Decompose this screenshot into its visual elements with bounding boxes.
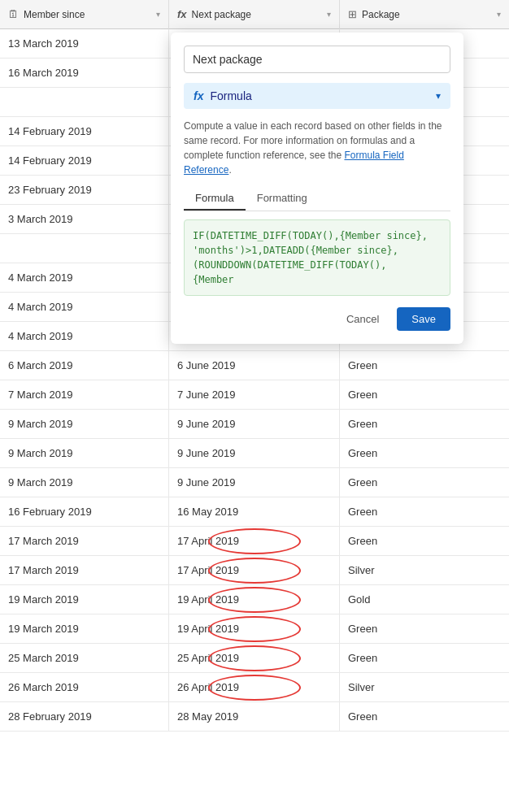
tab-formatting[interactable]: Formatting bbox=[246, 187, 319, 211]
cell-member: 9 March 2019 bbox=[0, 410, 169, 438]
cell-member: 16 March 2019 bbox=[0, 59, 169, 87]
table-row: 19 March 2019 19 April 2019 Gold bbox=[0, 585, 509, 614]
formula-type-label: Formula bbox=[210, 89, 251, 102]
table-row: 9 March 2019 9 June 2019 Green bbox=[0, 468, 509, 497]
cell-member: 14 February 2019 bbox=[0, 146, 169, 175]
cell-member: 28 February 2019 bbox=[0, 702, 169, 731]
table-row: 28 February 2019 28 May 2019 Green bbox=[0, 702, 509, 732]
table-row: 7 March 2019 7 June 2019 Green bbox=[0, 380, 509, 410]
cell-package: Green bbox=[340, 439, 509, 467]
cell-package: Green bbox=[340, 527, 509, 555]
cell-package: Silver bbox=[340, 556, 509, 584]
cell-member: 25 March 2019 bbox=[0, 644, 169, 672]
table-row: 16 February 2019 16 May 2019 Green bbox=[0, 497, 509, 527]
formula-type-left: fx Formula bbox=[194, 89, 252, 102]
field-name-input[interactable] bbox=[184, 46, 450, 73]
grid-header-icon: ⊞ bbox=[348, 8, 357, 20]
popup-actions: Cancel Save bbox=[184, 307, 450, 331]
cell-member: 19 March 2019 bbox=[0, 614, 169, 643]
cell-next-circled: 19 April 2019 bbox=[169, 614, 340, 643]
header-member-since-label: Member since bbox=[24, 9, 85, 20]
cell-member bbox=[0, 88, 169, 116]
cell-next: 9 June 2019 bbox=[169, 410, 340, 438]
table-row: 9 March 2019 9 June 2019 Green bbox=[0, 439, 509, 468]
save-button[interactable]: Save bbox=[397, 307, 450, 331]
cell-package: Green bbox=[340, 614, 509, 643]
formula-tabs: Formula Formatting bbox=[184, 187, 450, 211]
fx-header-icon: fx bbox=[177, 8, 187, 20]
cell-member bbox=[0, 234, 169, 263]
cell-next-circled: 25 April 2019 bbox=[169, 644, 340, 672]
header-package-label: Package bbox=[362, 9, 400, 20]
cell-package: Green bbox=[340, 644, 509, 672]
chevron-next-package-icon: ▾ bbox=[327, 10, 331, 19]
cell-next: 7 June 2019 bbox=[169, 380, 340, 409]
table-row: 19 March 2019 19 April 2019 Green bbox=[0, 614, 509, 644]
cell-next-circled: 26 April 2019 bbox=[169, 673, 340, 701]
cell-next: 6 June 2019 bbox=[169, 351, 340, 380]
cell-member: 4 March 2019 bbox=[0, 322, 169, 350]
header-next-package[interactable]: fx Next package ▾ bbox=[169, 0, 340, 29]
cell-next: 16 May 2019 bbox=[169, 497, 340, 526]
table-header: 🗓 Member since ▾ fx Next package ▾ ⊞ Pac… bbox=[0, 0, 509, 29]
formula-editor[interactable]: IF(DATETIME_DIFF(TODAY(),{Member since},… bbox=[184, 219, 450, 296]
formula-description: Compute a value in each record based on … bbox=[184, 119, 450, 177]
cell-package: Gold bbox=[340, 585, 509, 614]
table-row: 25 March 2019 25 April 2019 Green bbox=[0, 644, 509, 673]
tab-formula[interactable]: Formula bbox=[184, 187, 246, 211]
table-row: 6 March 2019 6 June 2019 Green bbox=[0, 351, 509, 380]
cell-next: 9 June 2019 bbox=[169, 468, 340, 497]
header-package[interactable]: ⊞ Package ▾ bbox=[340, 0, 509, 29]
cell-package: Green bbox=[340, 380, 509, 409]
cell-next-circled: 17 April 2019 bbox=[169, 527, 340, 555]
cell-package: Silver bbox=[340, 673, 509, 701]
table-row: 17 March 2019 17 April 2019 Green bbox=[0, 527, 509, 556]
cell-package: Green bbox=[340, 351, 509, 380]
table-row: 17 March 2019 17 April 2019 Silver bbox=[0, 556, 509, 585]
cell-member: 19 March 2019 bbox=[0, 585, 169, 614]
cell-member: 14 February 2019 bbox=[0, 117, 169, 145]
cell-next-circled: 17 April 2019 bbox=[169, 556, 340, 584]
formula-type-dropdown[interactable]: fx Formula ▾ bbox=[184, 83, 450, 109]
cell-member: 16 February 2019 bbox=[0, 497, 169, 526]
cell-member: 4 March 2019 bbox=[0, 293, 169, 321]
cell-next: 28 May 2019 bbox=[169, 702, 340, 731]
cell-next: 9 June 2019 bbox=[169, 439, 340, 467]
cell-member: 17 March 2019 bbox=[0, 527, 169, 555]
cell-package: Green bbox=[340, 468, 509, 497]
table-row: 26 March 2019 26 April 2019 Silver bbox=[0, 673, 509, 702]
cell-package: Green bbox=[340, 410, 509, 438]
chevron-member-since-icon: ▾ bbox=[156, 10, 160, 19]
cell-package: Green bbox=[340, 702, 509, 731]
header-member-since[interactable]: 🗓 Member since ▾ bbox=[0, 0, 169, 29]
calendar-icon: 🗓 bbox=[8, 8, 19, 20]
cell-next-circled: 19 April 2019 bbox=[169, 585, 340, 614]
cell-member: 9 March 2019 bbox=[0, 439, 169, 467]
cell-member: 4 March 2019 bbox=[0, 263, 169, 292]
cell-member: 17 March 2019 bbox=[0, 556, 169, 584]
cell-member: 3 March 2019 bbox=[0, 205, 169, 233]
chevron-package-icon: ▾ bbox=[497, 10, 501, 19]
cell-member: 7 March 2019 bbox=[0, 380, 169, 409]
cell-member: 23 February 2019 bbox=[0, 176, 169, 204]
fx-icon: fx bbox=[194, 89, 203, 102]
cancel-button[interactable]: Cancel bbox=[337, 308, 389, 330]
chevron-down-icon: ▾ bbox=[436, 90, 441, 102]
header-next-package-label: Next package bbox=[192, 9, 251, 20]
cell-package: Green bbox=[340, 497, 509, 526]
formula-popup: fx Formula ▾ Compute a value in each rec… bbox=[171, 33, 463, 344]
cell-member: 6 March 2019 bbox=[0, 351, 169, 380]
cell-member: 26 March 2019 bbox=[0, 673, 169, 701]
cell-member: 9 March 2019 bbox=[0, 468, 169, 497]
table-row: 9 March 2019 9 June 2019 Green bbox=[0, 410, 509, 439]
cell-member: 13 March 2019 bbox=[0, 29, 169, 58]
